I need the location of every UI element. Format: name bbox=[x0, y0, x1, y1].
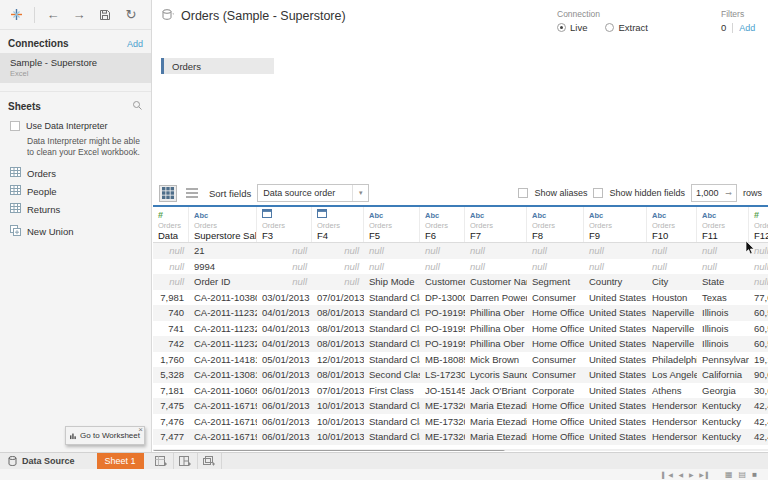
data-interpreter-row: Use Data Interpreter bbox=[0, 117, 151, 133]
grid-cell: 7,981 bbox=[153, 292, 189, 303]
grid-cell: Segment bbox=[527, 276, 584, 287]
scrollbar-thumb[interactable] bbox=[153, 450, 505, 451]
tab-sheet-1[interactable]: Sheet 1 bbox=[97, 453, 144, 469]
sort-order-select[interactable]: Data source order ▾ bbox=[257, 184, 369, 202]
sheet-navigation-icons[interactable]: ▌◀ ◀ ▶ ▶▌ bbox=[662, 471, 712, 478]
column-name: F8 bbox=[532, 230, 578, 242]
chevron-down-icon: ▾ bbox=[352, 185, 368, 201]
grid-cell: United States bbox=[584, 307, 647, 318]
show-filmstrip-icon[interactable]: ▤ bbox=[739, 470, 750, 479]
table-row: nullOrder IDnullnullShip ModeCustomer ID… bbox=[153, 274, 768, 290]
grid-cell: First Class bbox=[364, 385, 420, 396]
show-sheet-sorter-icon[interactable]: ▦ bbox=[725, 470, 736, 479]
grid-cell: 7,477 bbox=[153, 431, 189, 442]
column-name: F7 bbox=[470, 230, 521, 242]
new-story-icon[interactable] bbox=[198, 453, 222, 469]
grid-cell: Standard Class bbox=[364, 416, 420, 427]
table-row: null21nullnullnullnullnullnullnullnullnu… bbox=[153, 243, 768, 259]
grid-cell: Ship Mode bbox=[364, 276, 420, 287]
column-header-f4[interactable]: OrdersF4 bbox=[312, 207, 364, 242]
grid-cell: Phillina Ober bbox=[465, 307, 527, 318]
extract-radio-row[interactable]: Extract bbox=[605, 22, 648, 33]
grid-cell: 07/01/2013 bbox=[312, 292, 364, 303]
column-source: Orders bbox=[589, 221, 641, 230]
column-header-f5[interactable]: AbcOrdersF5 bbox=[364, 207, 420, 242]
new-dashboard-icon[interactable] bbox=[174, 453, 198, 469]
rows-count-input[interactable]: 1,000 ➞ bbox=[691, 184, 737, 202]
show-aliases-checkbox[interactable] bbox=[518, 188, 528, 198]
column-header-f12[interactable]: #OrdersF12 bbox=[749, 207, 768, 242]
sheet-item-people[interactable]: People bbox=[0, 182, 151, 200]
data-interpreter-checkbox[interactable] bbox=[10, 121, 20, 131]
show-tabs-icon[interactable]: ■ bbox=[752, 470, 760, 479]
tableau-logo-icon[interactable] bbox=[8, 7, 24, 23]
grid-cell: Standard Class bbox=[364, 338, 420, 349]
grid-cell: 21 bbox=[189, 245, 257, 256]
column-header-f7[interactable]: AbcOrdersF7 bbox=[465, 207, 527, 242]
column-header-data[interactable]: #OrdersData bbox=[153, 207, 189, 242]
grid-cell: 60,5 bbox=[749, 307, 768, 318]
string-icon: Abc bbox=[702, 211, 716, 220]
apply-rows-icon[interactable]: ➞ bbox=[725, 189, 732, 198]
show-hidden-checkbox[interactable] bbox=[593, 188, 603, 198]
connection-item[interactable]: Sample - Superstore Excel bbox=[0, 53, 151, 83]
database-icon bbox=[8, 456, 17, 467]
add-connection-link[interactable]: Add bbox=[127, 39, 143, 49]
column-header-f6[interactable]: AbcOrdersF6 bbox=[420, 207, 465, 242]
grid-view-icon[interactable] bbox=[159, 185, 177, 202]
grid-cell: JO-15145 bbox=[420, 385, 465, 396]
column-header-f3[interactable]: OrdersF3 bbox=[257, 207, 312, 242]
sheets-title: Sheets bbox=[8, 101, 41, 112]
grid-cell: United States bbox=[584, 323, 647, 334]
sheet-item-returns[interactable]: Returns bbox=[0, 200, 151, 218]
save-icon[interactable] bbox=[97, 7, 113, 23]
string-icon: Abc bbox=[532, 211, 546, 220]
column-name: F5 bbox=[369, 230, 414, 242]
grid-cell: Los Angeles bbox=[647, 369, 697, 380]
grid-cell: 08/01/2013 bbox=[312, 369, 364, 380]
close-icon[interactable]: × bbox=[138, 426, 143, 434]
sheet-item-orders[interactable]: Orders bbox=[0, 164, 151, 182]
table-row: 7,476CA-2011-16719906/01/201310/01/2013S… bbox=[153, 414, 768, 430]
grid-cell: null bbox=[647, 261, 697, 272]
grid-cell: null bbox=[257, 276, 312, 287]
go-to-worksheet-tooltip[interactable]: Go to Worksheet × bbox=[65, 426, 145, 445]
live-radio[interactable] bbox=[557, 23, 566, 32]
grid-cell: PO-19195 bbox=[420, 307, 465, 318]
orders-table-chip[interactable]: Orders bbox=[161, 58, 274, 74]
column-source: Orders bbox=[652, 221, 691, 230]
grid-cell: PO-19195 bbox=[420, 323, 465, 334]
grid-cell: Standard Class bbox=[364, 323, 420, 334]
filters-add-link[interactable]: Add bbox=[739, 23, 755, 33]
sort-fields-label: Sort fields bbox=[209, 188, 251, 199]
back-icon[interactable]: ← bbox=[45, 7, 61, 23]
new-union-item[interactable]: New Union bbox=[0, 222, 151, 241]
column-header-f8[interactable]: AbcOrdersF8 bbox=[527, 207, 584, 242]
list-view-icon[interactable] bbox=[183, 185, 201, 202]
table-row: 7,181CA-2011-10605406/01/201307/01/2013F… bbox=[153, 383, 768, 399]
grid-cell: Athens bbox=[647, 385, 697, 396]
column-header-f9[interactable]: AbcOrdersF9 bbox=[584, 207, 647, 242]
grid-cell: Standard Class bbox=[364, 292, 420, 303]
table-row: 7,477CA-2011-16719906/01/201310/01/2013S… bbox=[153, 429, 768, 445]
grid-cell: null bbox=[527, 245, 584, 256]
live-radio-row[interactable]: Live bbox=[557, 22, 587, 33]
column-header-superstore-sales[interactable]: AbcOrdersSuperstore Sales bbox=[189, 207, 257, 242]
column-source: Orders bbox=[317, 221, 358, 230]
grid-cell: 7,476 bbox=[153, 416, 189, 427]
data-interpreter-hint: Data Interpreter might be able to clean … bbox=[0, 133, 151, 164]
column-header-f10[interactable]: AbcOrdersF10 bbox=[647, 207, 697, 242]
column-header-f11[interactable]: AbcOrdersF11 bbox=[697, 207, 749, 242]
new-worksheet-icon[interactable] bbox=[150, 453, 174, 469]
extract-radio[interactable] bbox=[605, 23, 614, 32]
database-icon[interactable] bbox=[161, 8, 175, 24]
sheet-tab-bar: Data Source Sheet 1 bbox=[0, 452, 768, 469]
grid-cell: 30,6 bbox=[749, 385, 768, 396]
search-icon[interactable] bbox=[132, 100, 143, 113]
column-source: Orders bbox=[754, 221, 768, 230]
tab-data-source[interactable]: Data Source bbox=[0, 453, 85, 469]
grid-cell: City bbox=[647, 276, 697, 287]
grid-cell: 7,475 bbox=[153, 400, 189, 411]
forward-icon[interactable]: → bbox=[71, 7, 87, 23]
refresh-icon[interactable]: ↻ bbox=[123, 7, 139, 23]
